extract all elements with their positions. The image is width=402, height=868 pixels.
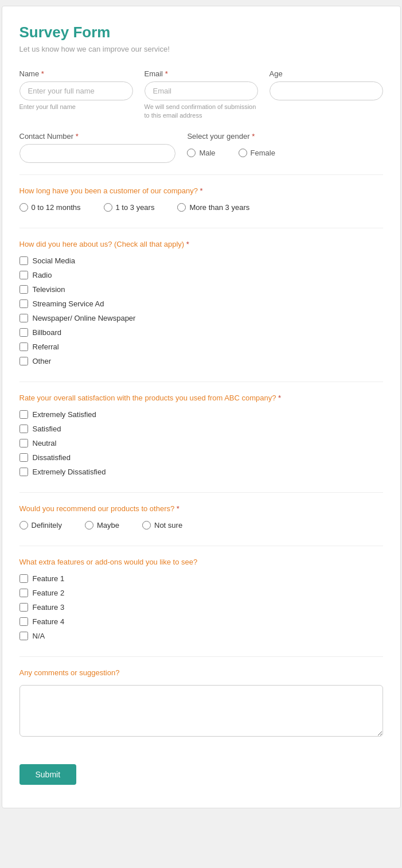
heard-billboard[interactable]: Billboard [19,328,383,337]
customer-duration-options: 0 to 12 months 1 to 3 years More than 3 … [19,203,383,212]
comments-textarea[interactable] [19,685,383,737]
duration-0-12-option[interactable]: 0 to 12 months [19,203,81,212]
email-group: Email * We will send confirmation of sub… [145,69,258,120]
extra-features-question: What extra features or add-ons would you… [19,558,383,566]
feature-2[interactable]: Feature 2 [19,589,383,597]
customer-duration-section: How long have you been a customer of our… [19,186,383,212]
recommend-definitely-radio[interactable] [19,521,28,530]
gender-male-radio[interactable] [187,149,196,157]
name-label: Name * [19,69,133,78]
gender-label: Select your gender * [187,132,383,141]
email-label: Email * [145,69,258,78]
name-hint: Enter your full name [19,103,133,111]
form-subtitle: Let us know how we can improve our servi… [19,45,383,53]
feature-3[interactable]: Feature 3 [19,603,383,612]
form-title: Survey Form [19,24,383,41]
recommend-section: Would you recommend our products to othe… [19,504,383,530]
duration-3plus-radio[interactable] [177,203,186,212]
duration-3plus-option[interactable]: More than 3 years [177,203,249,212]
name-email-age-row: Name * Enter your full name Email * We w… [19,69,383,120]
sat-satisfied[interactable]: Satisfied [19,425,383,433]
sat-dissatisfied[interactable]: Dissatisfied [19,453,383,462]
sat-neutral[interactable]: Neutral [19,439,383,447]
sat-extremely-dissatisfied[interactable]: Extremely Dissatisfied [19,468,383,476]
duration-0-12-label: 0 to 12 months [32,203,81,212]
age-label: Age [270,69,383,78]
gender-male-option[interactable]: Male [187,149,215,157]
customer-duration-question: How long have you been a customer of our… [19,186,383,195]
duration-1-3-option[interactable]: 1 to 3 years [104,203,155,212]
gender-radios: Male Female [187,149,383,161]
contact-gender-row: Contact Number * Select your gender * Ma… [19,132,383,163]
heard-social-media[interactable]: Social Media [19,256,383,265]
gender-female-radio[interactable] [239,149,247,157]
heard-referral[interactable]: Referral [19,342,383,351]
recommend-definitely[interactable]: Definitely [19,521,62,530]
duration-3plus-label: More than 3 years [189,203,249,212]
recommend-options: Definitely Maybe Not sure [19,521,383,530]
recommend-question: Would you recommend our products to othe… [19,504,383,513]
extra-features-section: What extra features or add-ons would you… [19,558,383,640]
heard-streaming[interactable]: Streaming Service Ad [19,299,383,308]
email-input[interactable] [145,81,258,100]
survey-form: Survey Form Let us know how we can impro… [2,6,401,808]
duration-1-3-label: 1 to 3 years [116,203,155,212]
age-group: Age [270,69,383,120]
heard-other[interactable]: Other [19,357,383,365]
how-heard-question: How did you here about us? (Check all th… [19,240,383,248]
divider-6 [19,656,383,657]
recommend-not-sure[interactable]: Not sure [142,521,182,530]
heard-newspaper[interactable]: Newspaper/ Online Newspaper [19,314,383,322]
recommend-not-sure-radio[interactable] [142,521,151,530]
name-group: Name * Enter your full name [19,69,133,120]
satisfaction-section: Rate your overall satisfaction with the … [19,394,383,476]
feature-4[interactable]: Feature 4 [19,617,383,626]
gender-female-label: Female [251,149,275,157]
gender-group: Select your gender * Male Female [187,132,383,161]
name-input[interactable] [19,81,133,100]
submit-button[interactable]: Submit [19,764,77,785]
heard-television[interactable]: Television [19,285,383,294]
divider-3 [19,382,383,382]
heard-radio[interactable]: Radio [19,271,383,279]
recommend-definitely-label: Definitely [32,521,62,530]
contact-group: Contact Number * [19,132,176,163]
satisfaction-question: Rate your overall satisfaction with the … [19,394,383,402]
recommend-maybe-radio[interactable] [85,521,93,530]
gender-male-label: Male [199,149,215,157]
gender-female-option[interactable]: Female [239,149,275,157]
divider-2 [19,228,383,228]
duration-0-12-radio[interactable] [19,203,28,212]
comments-section: Any comments or suggestion? [19,668,383,739]
how-heard-section: How did you here about us? (Check all th… [19,240,383,365]
duration-1-3-radio[interactable] [104,203,112,212]
comments-question: Any comments or suggestion? [19,668,383,677]
contact-label: Contact Number * [19,132,176,141]
feature-1[interactable]: Feature 1 [19,574,383,583]
contact-input[interactable] [19,144,176,163]
recommend-maybe-label: Maybe [97,521,119,530]
recommend-maybe[interactable]: Maybe [85,521,119,530]
sat-extremely-satisfied[interactable]: Extremely Satisfied [19,410,383,419]
divider-1 [19,174,383,175]
email-hint: We will send confirmation of submission … [145,103,258,120]
feature-na[interactable]: N/A [19,632,383,640]
divider-4 [19,492,383,493]
divider-5 [19,546,383,546]
age-input[interactable] [270,81,383,100]
recommend-not-sure-label: Not sure [154,521,182,530]
